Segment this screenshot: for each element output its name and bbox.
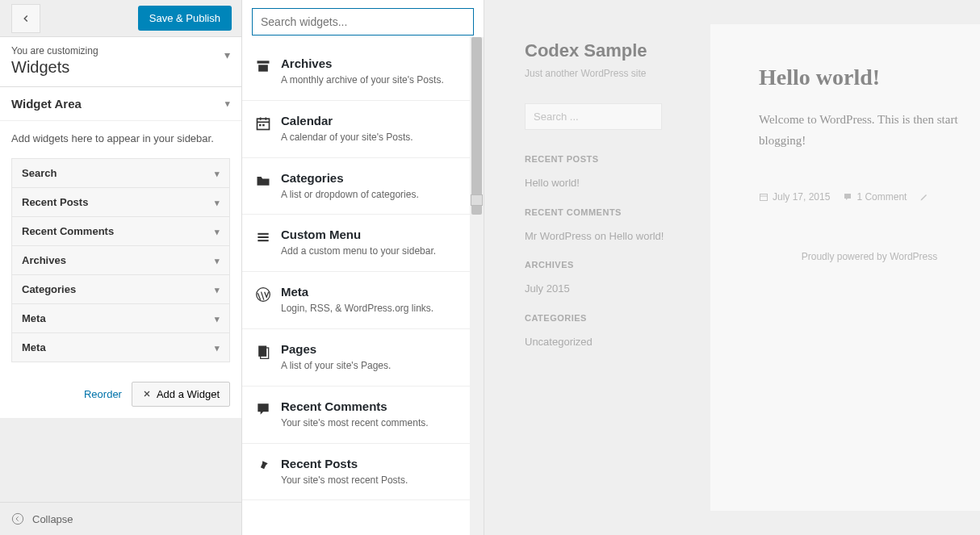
pages-icon (255, 344, 271, 360)
widget-list: Search▾ Recent Posts▾ Recent Comments▾ A… (0, 158, 241, 375)
breadcrumb-context: You are customizing (11, 45, 230, 56)
pencil-icon (919, 192, 929, 202)
comment-author-link[interactable]: Mr WordPress (525, 230, 592, 242)
caret-down-icon: ▾ (215, 227, 220, 237)
category-link[interactable]: Uncategorized (525, 334, 686, 350)
available-widget-pages[interactable]: PagesA list of your site's Pages. (242, 329, 484, 387)
preview-main: Hello world! Welcome to WordPress. This … (710, 24, 980, 511)
caret-down-icon: ▾ (225, 98, 230, 109)
available-widgets-list: ArchivesA monthly archive of your site's… (242, 44, 484, 535)
reorder-link[interactable]: Reorder (84, 388, 122, 400)
site-title: Codex Sample (525, 40, 686, 61)
available-widget-recent-comments[interactable]: Recent CommentsYour site's most recent c… (242, 387, 484, 444)
widget-actions: Reorder Add a Widget (0, 375, 241, 418)
available-widget-custom-menu[interactable]: Custom MenuAdd a custom menu to your sid… (242, 215, 484, 272)
save-publish-button[interactable]: Save & Publish (138, 6, 232, 31)
recent-comments-heading: RECENT COMMENTS (525, 207, 686, 217)
pin-icon (255, 458, 271, 474)
widget-item[interactable]: Meta▾ (11, 333, 230, 362)
calendar-icon (759, 192, 769, 202)
widget-item[interactable]: Search▾ (11, 158, 230, 188)
search-wrap (242, 0, 484, 44)
preview-search-input[interactable]: Search ... (525, 103, 662, 130)
comment-icon (843, 192, 852, 202)
folder-icon (255, 173, 271, 189)
widget-item[interactable]: Categories▾ (11, 275, 230, 304)
caret-down-icon: ▾ (215, 198, 220, 208)
scrollbar-mark (471, 194, 483, 206)
add-widget-button[interactable]: Add a Widget (132, 382, 230, 407)
archive-link[interactable]: July 2015 (525, 281, 686, 297)
preview-sidebar: Codex Sample Just another WordPress site… (484, 0, 710, 535)
collapse-button[interactable]: Collapse (0, 502, 241, 535)
wordpress-icon (255, 286, 271, 303)
caret-down-icon: ▾ (215, 169, 220, 179)
caret-down-icon: ▾ (224, 48, 230, 61)
preview-footer[interactable]: Proudly powered by WordPress (759, 227, 980, 262)
post-comments-link[interactable]: 1 Comment (843, 191, 907, 203)
recent-comment-item: Mr WordPress on Hello world! (525, 228, 686, 245)
chevron-left-icon (20, 13, 31, 24)
recent-posts-heading: RECENT POSTS (525, 154, 686, 164)
caret-down-icon: ▾ (215, 256, 220, 266)
collapse-icon (11, 512, 24, 525)
caret-down-icon: ▾ (215, 314, 220, 324)
post-edit-link[interactable] (919, 192, 929, 202)
archive-icon (255, 58, 271, 74)
calendar-icon (255, 115, 271, 132)
available-widget-recent-posts[interactable]: Recent PostsYour site's most recent Post… (242, 444, 484, 501)
post-title[interactable]: Hello world! (759, 65, 980, 90)
caret-down-icon: ▾ (215, 285, 220, 295)
comment-icon (255, 401, 271, 417)
post-body: Welcome to WordPress. This is then start… (759, 110, 980, 151)
widget-picker-panel: ArchivesA monthly archive of your site's… (242, 0, 484, 535)
section-header[interactable]: Widget Area ▾ (0, 87, 241, 121)
svg-rect-7 (259, 124, 262, 127)
close-icon (142, 389, 152, 399)
widget-item[interactable]: Meta▾ (11, 304, 230, 333)
header-bar: Save & Publish (0, 0, 241, 37)
caret-down-icon: ▾ (215, 343, 220, 353)
comment-post-link[interactable]: Hello world! (609, 230, 664, 242)
breadcrumb[interactable]: You are customizing Widgets ▾ (0, 37, 241, 87)
widget-item[interactable]: Recent Comments▾ (11, 217, 230, 246)
spacer (0, 418, 241, 503)
section-description: Add widgets here to appear in your sideb… (0, 121, 241, 158)
svg-point-0 (12, 513, 23, 524)
search-widgets-input[interactable] (252, 8, 474, 36)
svg-rect-2 (258, 65, 268, 71)
available-widget-categories[interactable]: CategoriesA list or dropdown of categori… (242, 158, 484, 215)
widget-item[interactable]: Recent Posts▾ (11, 188, 230, 217)
post-meta: July 17, 2015 1 Comment (759, 191, 980, 227)
menu-icon (255, 229, 271, 245)
section-title: Widget Area (11, 97, 82, 111)
site-preview: Codex Sample Just another WordPress site… (484, 0, 980, 535)
available-widget-archives[interactable]: ArchivesA monthly archive of your site's… (242, 44, 484, 101)
svg-rect-15 (760, 194, 768, 201)
widget-item[interactable]: Archives▾ (11, 246, 230, 275)
svg-rect-1 (258, 61, 270, 63)
back-button[interactable] (11, 4, 40, 33)
customizer-panel: Save & Publish You are customizing Widge… (0, 0, 242, 535)
scrollbar-thumb[interactable] (471, 37, 482, 215)
post-date: July 17, 2015 (759, 191, 830, 203)
svg-rect-8 (262, 124, 265, 127)
scrollbar[interactable] (470, 37, 484, 535)
available-widget-meta[interactable]: MetaLogin, RSS, & WordPress.org links. (242, 272, 484, 329)
site-tagline: Just another WordPress site (525, 68, 686, 79)
categories-heading: CATEGORIES (525, 313, 686, 323)
recent-post-link[interactable]: Hello world! (525, 175, 686, 191)
archives-heading: ARCHIVES (525, 260, 686, 270)
available-widget-calendar[interactable]: CalendarA calendar of your site's Posts. (242, 101, 484, 158)
breadcrumb-title: Widgets (11, 58, 230, 77)
